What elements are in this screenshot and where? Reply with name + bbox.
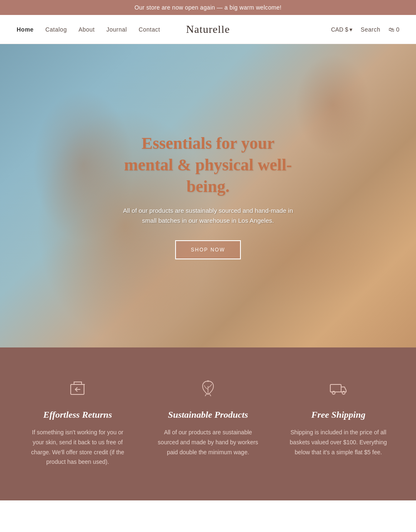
- hero-section: Essentials for your mental & physical we…: [0, 44, 416, 347]
- nav-left: Home Catalog About Journal Contact: [17, 26, 160, 33]
- currency-chevron-icon: ▾: [349, 26, 352, 33]
- hero-subtitle: All of our products are sustainably sour…: [121, 206, 295, 226]
- feature-sustainable-title: Sustainable Products: [156, 409, 260, 420]
- hero-content: Essentials for your mental & physical we…: [104, 116, 312, 276]
- truck-svg: [329, 379, 348, 398]
- feature-shipping: Free Shipping Shipping is included in th…: [280, 377, 396, 457]
- cart-count: 0: [396, 26, 399, 33]
- nav-right: CAD $ ▾ Search 🛍 0: [331, 26, 399, 33]
- currency-selector[interactable]: CAD $ ▾: [331, 26, 352, 33]
- feature-sustainable: Sustainable Products All of our products…: [150, 377, 266, 457]
- return-icon: [66, 377, 89, 399]
- svg-rect-5: [330, 384, 341, 392]
- nav-about[interactable]: About: [79, 26, 95, 33]
- nav-journal[interactable]: Journal: [106, 26, 127, 33]
- feature-shipping-desc: Shipping is included in the price of all…: [286, 428, 390, 457]
- leaf-svg: [198, 379, 218, 398]
- nav-center: Naturelle: [186, 23, 230, 36]
- feature-returns: Effortless Returns If something isn't wo…: [20, 377, 136, 467]
- announcement-bar: Our store are now open again — a big war…: [0, 0, 416, 15]
- feature-sustainable-desc: All of our products are sustainable sour…: [156, 428, 260, 457]
- announcement-text: Our store are now open again — a big war…: [134, 4, 282, 11]
- shop-now-button[interactable]: SHOP NOW: [175, 240, 241, 259]
- svg-point-4: [207, 380, 209, 382]
- feature-returns-desc: If something isn't working for you or yo…: [26, 428, 130, 467]
- leaf-icon: [196, 377, 219, 399]
- cart-button[interactable]: 🛍 0: [389, 26, 399, 33]
- navigation: Home Catalog About Journal Contact Natur…: [0, 15, 416, 44]
- truck-icon: [327, 377, 350, 399]
- nav-contact[interactable]: Contact: [139, 26, 160, 33]
- site-logo[interactable]: Naturelle: [186, 23, 230, 35]
- nav-catalog[interactable]: Catalog: [45, 26, 67, 33]
- feature-shipping-title: Free Shipping: [286, 409, 390, 420]
- feature-returns-title: Effortless Returns: [26, 409, 130, 420]
- nav-home[interactable]: Home: [17, 26, 34, 33]
- cart-icon: 🛍: [389, 26, 394, 33]
- return-svg: [68, 379, 87, 398]
- hero-title: Essentials for your mental & physical we…: [121, 133, 295, 197]
- features-section: Effortless Returns If something isn't wo…: [0, 347, 416, 500]
- search-button[interactable]: Search: [361, 26, 380, 33]
- currency-label: CAD $: [331, 26, 348, 33]
